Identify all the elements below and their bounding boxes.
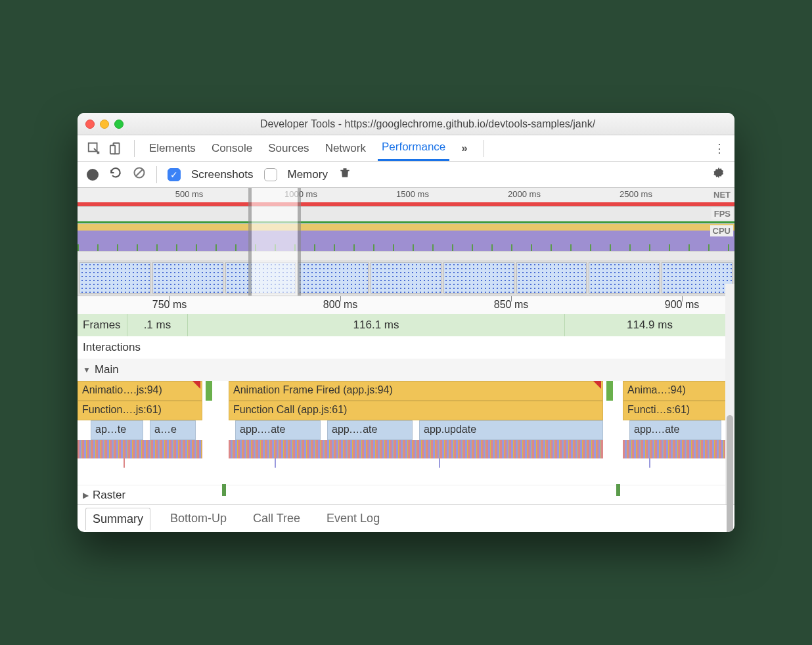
screenshot-thumb[interactable]: [152, 262, 223, 294]
details-tabs: Summary Bottom-Up Call Tree Event Log: [78, 504, 734, 532]
scrollbar-thumb[interactable]: [727, 415, 733, 532]
trash-icon[interactable]: [338, 166, 351, 183]
close-icon[interactable]: [85, 120, 95, 129]
tab-bottom-up[interactable]: Bottom-Up: [164, 508, 233, 529]
app-update-bar[interactable]: app.…ate: [629, 420, 721, 440]
interactions-label: Interactions: [83, 341, 141, 354]
detail-ruler: 750 ms 800 ms 850 ms 900 ms: [78, 296, 734, 314]
clear-icon[interactable]: [133, 166, 146, 183]
screenshot-thumb[interactable]: [516, 262, 587, 294]
screenshot-thumb[interactable]: [225, 262, 296, 294]
memory-checkbox[interactable]: [264, 168, 277, 181]
device-icon[interactable]: [109, 141, 124, 156]
anim-frame-bar[interactable]: Animatio….js:94): [78, 381, 202, 401]
tab-call-tree[interactable]: Call Tree: [246, 508, 307, 529]
inspect-icon[interactable]: [87, 141, 101, 156]
overview-timeline[interactable]: 500 ms 1000 ms 1500 ms 2000 ms 2500 ms F…: [78, 188, 734, 296]
reload-icon[interactable]: [109, 166, 122, 183]
window-title: Developer Tools - https://googlechrome.g…: [129, 118, 727, 130]
fps-label: FPS: [711, 208, 733, 219]
app-update-bar[interactable]: a…e: [150, 420, 196, 440]
raster-label: Raster: [93, 489, 125, 502]
zoom-icon[interactable]: [114, 120, 124, 129]
raster-task[interactable]: [222, 484, 226, 496]
record-icon[interactable]: [87, 169, 99, 181]
anim-frame-bar[interactable]: Animation Frame Fired (app.js:94): [229, 381, 603, 401]
net-label: NET: [711, 189, 733, 200]
app-update-bar[interactable]: app.update: [419, 420, 603, 440]
perf-toolbar: ✓ Screenshots Memory: [78, 162, 734, 188]
overview-fps-track: FPS: [78, 206, 734, 223]
tab-performance[interactable]: Performance: [378, 135, 449, 161]
tab-elements[interactable]: Elements: [145, 137, 200, 160]
screenshot-thumb[interactable]: [662, 262, 733, 294]
frame-segment[interactable]: 114.9 ms: [564, 314, 734, 336]
flame-chart[interactable]: Animatio….js:94) Animation Frame Fired (…: [78, 381, 734, 485]
tab-console[interactable]: Console: [208, 137, 256, 160]
screenshot-thumb[interactable]: [443, 262, 514, 294]
frames-track[interactable]: Frames .1 ms 116.1 ms 114.9 ms: [78, 314, 734, 336]
function-call-bar[interactable]: Functi…s:61): [623, 401, 734, 420]
svg-rect-2: [110, 145, 115, 154]
frames-label: Frames: [78, 319, 127, 332]
app-update-bar[interactable]: app.…ate: [235, 420, 321, 440]
anim-frame-bar[interactable]: Anima…:94): [623, 381, 734, 401]
raster-task[interactable]: [616, 484, 620, 496]
main-track-header[interactable]: ▼ Main: [78, 359, 734, 381]
settings-icon[interactable]: [712, 166, 725, 183]
tab-summary[interactable]: Summary: [85, 508, 150, 530]
devtools-window: Developer Tools - https://googlechrome.g…: [78, 113, 734, 532]
app-update-bar[interactable]: app.…ate: [327, 420, 413, 440]
tab-sources[interactable]: Sources: [264, 137, 313, 160]
cpu-label: CPU: [710, 225, 733, 236]
tab-event-log[interactable]: Event Log: [320, 508, 386, 529]
raster-track-header[interactable]: ▶ Raster: [78, 485, 734, 504]
expand-icon[interactable]: ▶: [83, 491, 89, 500]
frame-segment[interactable]: .1 ms: [127, 314, 188, 336]
screenshot-thumb[interactable]: [589, 262, 660, 294]
main-label: Main: [95, 363, 119, 376]
flamechart-area[interactable]: 750 ms 800 ms 850 ms 900 ms Frames .1 ms…: [78, 296, 734, 504]
screenshot-thumb[interactable]: [79, 262, 150, 294]
minimize-icon[interactable]: [100, 120, 109, 129]
collapse-icon[interactable]: ▼: [83, 365, 91, 374]
tab-network[interactable]: Network: [321, 137, 370, 160]
frame-segment[interactable]: 116.1 ms: [187, 314, 564, 336]
panel-tabs: Elements Console Sources Network Perform…: [78, 135, 734, 162]
tab-more[interactable]: »: [457, 137, 472, 160]
titlebar: Developer Tools - https://googlechrome.g…: [78, 113, 734, 135]
overview-cpu-track: CPU: [78, 223, 734, 251]
function-call-bar[interactable]: Function….js:61): [78, 401, 202, 420]
overview-screenshots: [78, 260, 734, 296]
vertical-scrollbar[interactable]: [725, 284, 734, 504]
interactions-track[interactable]: Interactions: [78, 336, 734, 359]
overview-net-track: NET: [78, 251, 734, 260]
traffic-lights: [85, 120, 124, 129]
screenshots-label: Screenshots: [191, 168, 254, 181]
overview-ruler: 500 ms 1000 ms 1500 ms 2000 ms 2500 ms: [78, 188, 734, 202]
screenshots-checkbox[interactable]: ✓: [168, 168, 181, 181]
screenshot-thumb[interactable]: [371, 262, 441, 294]
function-call-bar[interactable]: Function Call (app.js:61): [229, 401, 603, 420]
kebab-menu-icon[interactable]: ⋮: [713, 141, 725, 156]
app-update-bar[interactable]: ap…te: [91, 420, 143, 440]
memory-label: Memory: [288, 168, 328, 181]
screenshot-thumb[interactable]: [298, 262, 369, 294]
